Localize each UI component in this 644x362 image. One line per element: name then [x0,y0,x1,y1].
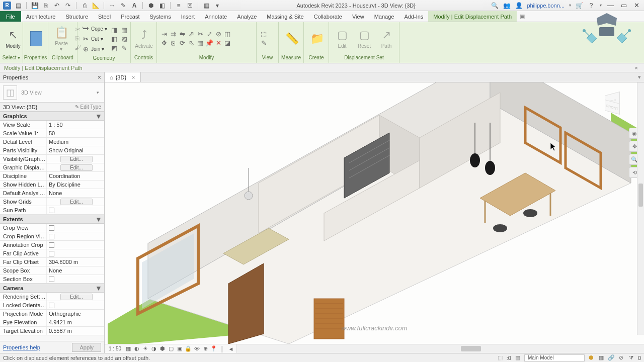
type-selector-dropdown-icon[interactable]: ▾ [95,90,101,95]
sb-i1-icon[interactable]: ⬢ [588,354,595,361]
copy-icon[interactable]: ⎘ [73,35,82,43]
qat-switch-icon[interactable]: ▦ [202,2,210,10]
tab-systems[interactable]: Systems [144,11,176,22]
tab-view[interactable]: View [347,11,369,22]
prop-scope-box[interactable]: Scope BoxNone [0,266,104,275]
ds-path-button[interactable]: ↗Path [376,27,396,50]
vertical-scrollbar[interactable] [637,82,644,335]
view-cube[interactable]: TOP FRONT [599,87,629,118]
sb-i2-icon[interactable]: ▦ [598,354,605,361]
checkbox[interactable] [49,225,54,231]
copy-mod-icon[interactable]: ⎘ [169,39,177,47]
section-camera[interactable]: Camera⯆ [0,284,104,293]
sb-i3-icon[interactable]: 🔗 [608,354,615,361]
edit-type-button[interactable]: ✎ Edit Type [75,104,101,110]
create-button[interactable]: 📁 [307,31,327,47]
qat-thin-icon[interactable]: ≡ [175,2,183,10]
prop-parts-visibility[interactable]: Parts VisibilityShow Original [0,146,104,155]
prop-visibility-graphics[interactable]: Visibility/Graphic...Edit... [0,155,104,163]
vc-hide-icon[interactable]: 👁 [193,345,200,352]
geom-icon-4[interactable]: ▦ [120,26,128,34]
vc-crop-icon[interactable]: ▢ [168,345,175,352]
prop-target-elevation[interactable]: Target Elevation0.5587 m [0,327,104,335]
tab-modify-context[interactable]: Modify | Edit Displacement Path [428,11,517,22]
properties-apply-button[interactable]: Apply [72,343,101,352]
tab-structure[interactable]: Structure [60,11,93,22]
vc-crop2-icon[interactable]: ▣ [176,345,183,352]
tab-addins[interactable]: Add-Ins [399,11,428,22]
trim2-icon[interactable]: ⬁ [187,39,195,47]
qat-tag-icon[interactable]: ✎ [119,2,127,10]
vc-visual-icon[interactable]: ◐ [133,345,140,352]
qat-open-icon[interactable]: ▤ [14,2,22,10]
offset-icon[interactable]: ⇉ [169,30,177,38]
prop-discipline[interactable]: DisciplineCoordination [0,172,104,180]
workset-selector[interactable]: Main Model [524,354,585,361]
prop-show-hidden[interactable]: Show Hidden Lin...By Discipline [0,180,104,189]
scale-icon[interactable]: ⤢ [205,30,213,38]
properties-close-icon[interactable]: × [98,74,101,81]
properties-button[interactable] [26,30,46,47]
measure-button[interactable]: 📏 [282,31,302,47]
options-bar-close[interactable]: × [633,65,640,71]
prop-crop-view[interactable]: Crop View [0,224,104,232]
ds-reset-button[interactable]: ▢Reset [354,27,374,50]
tab-insert[interactable]: Insert [176,11,200,22]
qat-close-icon[interactable]: ☒ [186,2,194,10]
rotate-icon[interactable]: ⟳ [178,39,186,47]
cut-geom-button[interactable]: ✂Cut ▾ [80,34,108,43]
prop-locked-orient[interactable]: Locked Orientati... [0,301,104,310]
section-graphics[interactable]: Graphics⯆ [0,112,104,121]
checkbox[interactable] [49,234,54,239]
horizontal-scrollbar[interactable] [237,344,644,353]
type-selector[interactable]: ◫ 3D View ▾ [0,82,104,103]
mod-icon-a[interactable]: ◫ [223,30,231,38]
tab-precast[interactable]: Precast [116,11,144,22]
sb-model-icon[interactable]: ▤ [514,354,521,361]
sb-filter-icon[interactable]: ⧩ [628,354,635,361]
qat-dd-icon[interactable]: ▾ [213,2,221,10]
paste-button[interactable]: 📋Paste▾ [51,25,71,53]
match-icon[interactable]: 🖌 [73,44,82,52]
prop-section-box[interactable]: Section Box [0,275,104,284]
prop-default-analysis[interactable]: Default Analysis ...None [0,189,104,198]
view-icon-1[interactable]: ⬚ [260,30,268,38]
minimize-button[interactable]: — [606,2,615,9]
tab-analyze[interactable]: Analyze [232,11,262,22]
pin-icon[interactable]: 📌 [205,39,213,47]
tab-architecture[interactable]: Architecture [21,11,61,22]
tab-massing[interactable]: Massing & Site [262,11,308,22]
geom-icon-6[interactable]: ✎ [120,44,128,52]
geom-icon-2[interactable]: ◧ [110,35,118,43]
split-icon[interactable]: ✂ [196,30,204,38]
qat-section-icon[interactable]: ◧ [158,2,166,10]
checkbox[interactable] [49,242,54,248]
prop-eye-elevation[interactable]: Eye Elevation4.9421 m [0,318,104,327]
array-icon[interactable]: ▦ [196,39,204,47]
vc-arrow-icon[interactable]: ◄ [227,345,234,352]
prop-crop-region[interactable]: Crop Region Visi... [0,232,104,241]
section-extents[interactable]: Extents⯆ [0,215,104,224]
restore-button[interactable]: ▭ [619,2,628,9]
view-canvas[interactable]: TOP FRONT ◉ ✥ 🔍 ⟲ www.fullcrackindir.com [105,82,644,344]
qat-save-icon[interactable]: 💾 [31,2,39,10]
prop-far-clip-offset[interactable]: Far Clip Offset304.8000 m [0,258,104,266]
sb-i4-icon[interactable]: ⊘ [618,354,625,361]
prop-far-clip-active[interactable]: Far Clip Active [0,249,104,258]
vc-lock-icon[interactable]: 🔒 [185,345,192,352]
sb-select-icon[interactable]: ⬚ [497,354,504,361]
unpin-icon[interactable]: ⊘ [214,30,222,38]
checkbox[interactable] [49,277,54,282]
prop-detail-level[interactable]: Detail LevelMedium [0,138,104,146]
qat-undo-icon[interactable]: ↶ [53,2,61,10]
prop-annotation-crop[interactable]: Annotation Crop [0,241,104,249]
qat-3d-icon[interactable]: ⬢ [147,2,155,10]
user-name[interactable]: philippe.bonn... [527,3,565,9]
checkbox[interactable] [49,208,54,213]
qat-redo-icon[interactable]: ↷ [64,2,72,10]
help-icon[interactable]: ? [587,2,595,10]
trim-icon[interactable]: ⬀ [187,30,195,38]
geom-icon-3[interactable]: ◩ [110,44,118,52]
prop-scale-value[interactable]: Scale Value 1:50 [0,129,104,138]
move-icon[interactable]: ✥ [160,39,168,47]
